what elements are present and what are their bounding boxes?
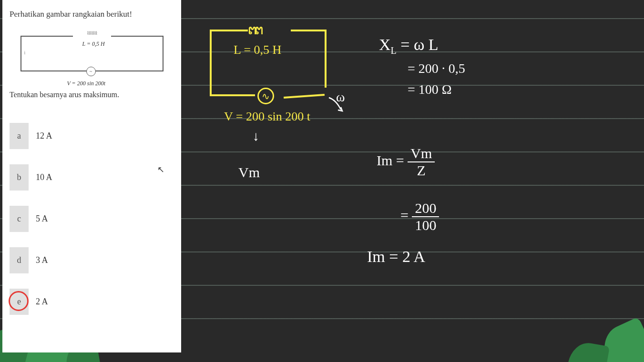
hw-xl-calc: = 200 · 0,5	[408, 61, 465, 76]
current-indicator: i	[24, 50, 26, 55]
question-instruction: Tentukan besarnya arus maksimum.	[10, 90, 174, 99]
option-text: 12 A	[36, 131, 52, 141]
option-letter: e	[10, 289, 29, 315]
hw-vm-label: Vm	[238, 164, 260, 181]
option-letter: a	[10, 123, 29, 149]
hw-im-result: Im = 2 A	[367, 248, 425, 266]
hw-im-calc-eq: =	[400, 207, 409, 223]
option-letter: b	[10, 164, 29, 191]
option-text: 3 A	[36, 255, 48, 265]
option-letter: d	[10, 247, 29, 273]
question-title: Perhatikan gambar rangkaian berikut!	[10, 10, 174, 19]
option-text: 5 A	[36, 214, 48, 224]
option-a[interactable]: a 12 A	[10, 123, 174, 149]
drawn-circuit: ຕຕ ∿	[210, 30, 327, 96]
hw-vm-arrow: ↓	[253, 129, 259, 144]
option-e[interactable]: e 2 A	[10, 289, 174, 315]
option-letter: c	[10, 206, 29, 232]
hw-voltage-eq: V = 200 sin 200 t	[224, 110, 310, 124]
drawn-source-icon: ∿	[257, 88, 274, 104]
option-d[interactable]: d 3 A	[10, 247, 174, 273]
arrow-icon	[327, 95, 346, 112]
question-panel: Perhatikan gambar rangkaian berikut! ⌇⌇⌇…	[2, 0, 181, 352]
inductor-label: L = 0,5 H	[82, 40, 105, 48]
drawn-inductor-icon: ຕຕ	[248, 21, 261, 38]
option-text: 10 A	[36, 172, 52, 182]
answer-options: a 12 A b 10 A c 5 A d 3 A e 2 A	[10, 123, 174, 315]
inductor-icon: ⌇⌇⌇⌇⌇⌇⌇	[73, 30, 111, 40]
hw-im-frac-num: Vm	[408, 145, 435, 162]
hw-xl-result: = 100 Ω	[408, 82, 452, 97]
option-text: 2 A	[36, 297, 48, 307]
hw-im-calc: = 200 100	[400, 200, 439, 233]
hw-im-calc-num: 200	[412, 200, 439, 217]
mouse-cursor-icon: ↖	[157, 164, 164, 175]
voltage-label: V = 200 sin 200t	[67, 80, 106, 87]
hw-im-eq-text: Im =	[377, 152, 404, 168]
option-c[interactable]: c 5 A	[10, 206, 174, 232]
hw-im-equation: Im = Vm Z	[377, 145, 435, 179]
hw-inductor-value: L = 0,5 H	[234, 43, 281, 57]
selection-circle-icon	[9, 291, 29, 311]
circuit-diagram: ⌇⌇⌇⌇⌇⌇⌇ L = 0,5 H ~ V = 200 sin 200t i	[16, 24, 168, 76]
ac-source-icon: ~	[86, 67, 96, 76]
hw-xl-equation: XL = ω L	[379, 36, 439, 56]
option-b[interactable]: b 10 A	[10, 164, 174, 191]
hw-im-frac-den: Z	[414, 162, 429, 179]
hw-im-calc-den: 100	[412, 217, 439, 233]
